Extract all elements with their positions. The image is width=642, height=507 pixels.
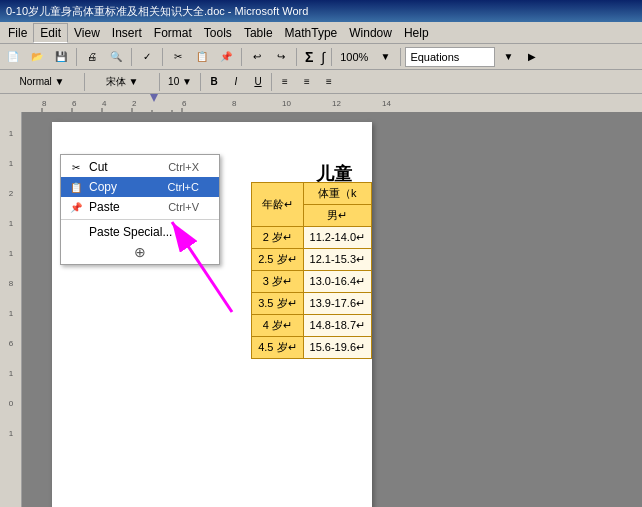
- svg-text:1: 1: [8, 369, 13, 378]
- dropdown-separator: [61, 219, 219, 220]
- svg-text:1: 1: [8, 219, 13, 228]
- table-row: 2 岁↵11.2-14.0↵: [252, 227, 372, 249]
- sep11: [271, 73, 272, 91]
- bold-button[interactable]: B: [203, 71, 225, 93]
- table-cell-age: 4 岁↵: [252, 315, 303, 337]
- table-header-weight: 体重（k: [303, 183, 371, 205]
- sep2: [131, 48, 132, 66]
- menu-view[interactable]: View: [68, 24, 106, 42]
- title-text: 0-10岁儿童身高体重标准及相关知识大全.doc - Microsoft Wor…: [6, 4, 308, 19]
- menu-help[interactable]: Help: [398, 24, 435, 42]
- cut-button[interactable]: ✂: [167, 46, 189, 68]
- menu-edit[interactable]: Edit: [33, 23, 68, 43]
- horizontal-ruler: 8 6 4 2 6 8 10 12 14: [0, 94, 642, 112]
- font-dropdown[interactable]: 宋体 ▼: [87, 71, 157, 93]
- sep9: [159, 73, 160, 91]
- paste-menu-item[interactable]: 📌 Paste Ctrl+V: [61, 197, 219, 217]
- open-button[interactable]: 📂: [26, 46, 48, 68]
- svg-text:4: 4: [102, 99, 107, 108]
- menu-file[interactable]: File: [2, 24, 33, 42]
- menu-insert[interactable]: Insert: [106, 24, 148, 42]
- paste-button[interactable]: 📌: [215, 46, 237, 68]
- italic-button[interactable]: I: [225, 71, 247, 93]
- svg-text:8: 8: [232, 99, 237, 108]
- table-cell-age: 3 岁↵: [252, 271, 303, 293]
- svg-text:1: 1: [8, 159, 13, 168]
- underline-button[interactable]: U: [247, 71, 269, 93]
- redo-button[interactable]: ↪: [270, 46, 292, 68]
- preview-button[interactable]: 🔍: [105, 46, 127, 68]
- title-bar: 0-10岁儿童身高体重标准及相关知识大全.doc - Microsoft Wor…: [0, 0, 642, 22]
- svg-text:8: 8: [8, 279, 13, 288]
- svg-text:6: 6: [182, 99, 187, 108]
- spell-button[interactable]: ✓: [136, 46, 158, 68]
- toolbar-2: Normal ▼ 宋体 ▼ 10 ▼ B I U ≡ ≡ ≡: [0, 70, 642, 94]
- equations-arrow[interactable]: ▼: [497, 46, 519, 68]
- dropdown-more[interactable]: ⊕: [61, 242, 219, 262]
- table-cell-male: 11.2-14.0↵: [303, 227, 371, 249]
- new-button[interactable]: 📄: [2, 46, 24, 68]
- edit-dropdown-menu: ✂ Cut Ctrl+X 📋 Copy Ctrl+C 📌 Paste Ctrl+…: [60, 154, 220, 265]
- table-cell-male: 14.8-18.7↵: [303, 315, 371, 337]
- table-cell-male: 13.0-16.4↵: [303, 271, 371, 293]
- sep3: [162, 48, 163, 66]
- equations-container: Equations ▼ ▶: [405, 46, 543, 68]
- svg-text:1: 1: [8, 249, 13, 258]
- menu-tools[interactable]: Tools: [198, 24, 238, 42]
- svg-text:1: 1: [8, 309, 13, 318]
- table-row: 2.5 岁↵12.1-15.3↵: [252, 249, 372, 271]
- paste-shortcut: Ctrl+V: [168, 201, 199, 213]
- table-row: 4.5 岁↵15.6-19.6↵: [252, 337, 372, 359]
- paste-label: Paste: [89, 200, 120, 214]
- table-row: 3.5 岁↵13.9-17.6↵: [252, 293, 372, 315]
- svg-text:1: 1: [8, 129, 13, 138]
- copy-icon: 📋: [69, 180, 83, 194]
- equations-label: Equations: [410, 51, 459, 63]
- table-subheader-male: 男↵: [303, 205, 371, 227]
- align-left-button[interactable]: ≡: [274, 71, 296, 93]
- table-header-age: 年龄↵: [252, 183, 303, 227]
- table-row: 4 岁↵14.8-18.7↵: [252, 315, 372, 337]
- table-cell-male: 15.6-19.6↵: [303, 337, 371, 359]
- table-row: 3 岁↵13.0-16.4↵: [252, 271, 372, 293]
- svg-text:1: 1: [8, 429, 13, 438]
- copy-button[interactable]: 📋: [191, 46, 213, 68]
- paste-special-menu-item[interactable]: Paste Special...: [61, 222, 219, 242]
- size-dropdown[interactable]: 10 ▼: [162, 71, 198, 93]
- equations-dropdown[interactable]: Equations: [405, 47, 495, 67]
- copy-label: Copy: [89, 180, 117, 194]
- cut-shortcut: Ctrl+X: [168, 161, 199, 173]
- data-table: 年龄↵ 体重（k 男↵ 2 岁↵11.2-14.0↵2.5 岁↵12.1-15.…: [251, 182, 372, 359]
- svg-text:2: 2: [132, 99, 137, 108]
- align-center-button[interactable]: ≡: [296, 71, 318, 93]
- print-button[interactable]: 🖨: [81, 46, 103, 68]
- sep5: [296, 48, 297, 66]
- more-icon: ⊕: [134, 244, 146, 260]
- menu-mathtype[interactable]: MathType: [279, 24, 344, 42]
- align-right-button[interactable]: ≡: [318, 71, 340, 93]
- svg-text:2: 2: [8, 189, 13, 198]
- undo-button[interactable]: ↩: [246, 46, 268, 68]
- svg-text:8: 8: [42, 99, 47, 108]
- table-cell-male: 12.1-15.3↵: [303, 249, 371, 271]
- cut-menu-item[interactable]: ✂ Cut Ctrl+X: [61, 157, 219, 177]
- save-button[interactable]: 💾: [50, 46, 72, 68]
- copy-shortcut: Ctrl+C: [168, 181, 199, 193]
- svg-text:10: 10: [282, 99, 291, 108]
- copy-menu-item[interactable]: 📋 Copy Ctrl+C: [61, 177, 219, 197]
- sep8: [84, 73, 85, 91]
- svg-text:12: 12: [332, 99, 341, 108]
- menu-table[interactable]: Table: [238, 24, 279, 42]
- table-cell-age: 4.5 岁↵: [252, 337, 303, 359]
- left-ruler: 1 1 2 1 1 8 1 6 1 0 1: [0, 112, 22, 507]
- menu-format[interactable]: Format: [148, 24, 198, 42]
- paste-icon: 📌: [69, 200, 83, 214]
- equations-next[interactable]: ▶: [521, 46, 543, 68]
- document-area: 儿童 年龄↵ 体重（k 男↵ 2 岁↵11.2-14.0↵2.5 岁↵12.1-…: [22, 112, 642, 507]
- zoom-btn[interactable]: ▼: [374, 46, 396, 68]
- menu-window[interactable]: Window: [343, 24, 398, 42]
- paste-special-icon: [69, 225, 83, 239]
- toolbar-1: 📄 📂 💾 🖨 🔍 ✓ ✂ 📋 📌 ↩ ↪ Σ ∫ 100% ▼ Equatio…: [0, 44, 642, 70]
- style-dropdown[interactable]: Normal ▼: [2, 71, 82, 93]
- sep10: [200, 73, 201, 91]
